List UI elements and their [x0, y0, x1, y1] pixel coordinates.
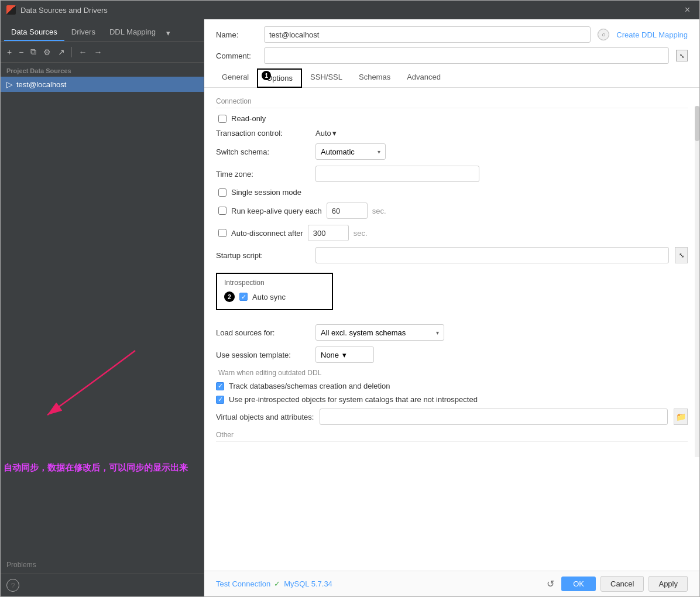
keepalive-input[interactable] — [327, 203, 368, 219]
tree-item-icon: ▷ — [6, 80, 13, 89]
dropdown-arrow: ▾ — [378, 149, 380, 155]
session-template-label: Use session template: — [216, 351, 310, 359]
virtual-row: Virtual objects and attributes: 📁 — [216, 409, 688, 425]
tab-advanced[interactable]: Advanced — [399, 68, 449, 87]
comment-input[interactable] — [264, 47, 669, 64]
virtual-input[interactable] — [320, 409, 668, 425]
remove-button[interactable]: − — [16, 46, 26, 59]
tab-ddl-mapping[interactable]: DDL Mapping — [102, 24, 163, 41]
project-data-sources-header: Project Data Sources — [1, 63, 204, 77]
app-icon — [6, 5, 16, 15]
option-tabs: General 1 Options SSH/SSL Schemas Advanc… — [204, 68, 699, 88]
scrollbar-thumb[interactable] — [695, 106, 699, 141]
tab-schemas[interactable]: Schemas — [351, 68, 399, 87]
disconnect-input[interactable] — [308, 225, 349, 241]
disconnect-label: Auto-disconnect after — [231, 229, 303, 238]
single-session-checkbox[interactable] — [218, 188, 227, 197]
time-zone-input[interactable] — [315, 166, 479, 182]
transaction-control-value: Auto ▾ — [315, 129, 337, 138]
test-connection-button[interactable]: Test Connection ✓ MySQL 5.7.34 — [216, 579, 332, 588]
copy-button[interactable]: ⧉ — [28, 45, 39, 59]
create-ddl-link[interactable]: Create DDL Mapping — [616, 30, 688, 39]
track-checkbox[interactable]: ✓ — [216, 382, 224, 390]
tab-more-button[interactable]: ▾ — [163, 25, 174, 41]
auto-link[interactable]: Auto ▾ — [315, 129, 337, 138]
switch-schema-label: Switch schema: — [216, 147, 310, 156]
other-title: Other — [216, 431, 688, 442]
apply-button[interactable]: Apply — [648, 576, 688, 592]
auto-sync-row: 2 ✓ Auto sync — [224, 291, 325, 302]
name-row: Name: ○ Create DDL Mapping — [204, 19, 699, 47]
tab-data-sources[interactable]: Data Sources — [4, 24, 64, 41]
main-window: Data Sources and Drivers × Data Sources … — [0, 0, 700, 597]
refresh-button[interactable]: ↺ — [544, 576, 557, 592]
session-template-row: Use session template: None ▾ — [216, 346, 688, 363]
scrollbar[interactable] — [695, 106, 699, 457]
toolbar-separator — [71, 47, 72, 57]
cancel-button[interactable]: Cancel — [601, 576, 644, 592]
comment-row: Comment: ⤡ — [204, 47, 699, 68]
keepalive-sec: sec. — [372, 207, 386, 215]
ok-button[interactable]: OK — [561, 577, 596, 591]
pre-introspected-checkbox[interactable]: ✓ — [216, 396, 224, 404]
forward-button[interactable]: → — [91, 46, 105, 59]
load-sources-arrow: ▾ — [436, 330, 439, 336]
db-version-label: MySQL 5.7.34 — [284, 579, 332, 588]
help-icon[interactable]: ? — [6, 579, 19, 592]
left-panel: Data Sources Drivers DDL Mapping ▾ + − ⧉… — [1, 19, 204, 596]
comment-expand-button[interactable]: ⤡ — [676, 50, 688, 61]
load-sources-row: Load sources for: All excl. system schem… — [216, 324, 688, 341]
warn-outdated-text: Warn when editing outdated DDL — [216, 369, 688, 377]
introspection-title: Introspection — [224, 279, 325, 287]
test-check-icon: ✓ — [274, 579, 280, 588]
name-circle-button[interactable]: ○ — [598, 29, 609, 40]
back-button[interactable]: ← — [76, 46, 90, 59]
auto-sync-checkbox[interactable]: ✓ — [239, 293, 248, 301]
virtual-browse-button[interactable]: 📁 — [674, 409, 688, 425]
pre-introspected-label: Use pre-introspected objects for system … — [229, 395, 478, 404]
load-sources-dropdown[interactable]: All excl. system schemas ▾ — [315, 324, 444, 341]
pre-introspected-row: ✓ Use pre-introspected objects for syste… — [216, 395, 688, 404]
keepalive-label: Run keep-alive query each — [231, 207, 322, 215]
switch-schema-row: Switch schema: Automatic ▾ — [216, 143, 688, 160]
close-button[interactable]: × — [681, 4, 694, 16]
bottom-right-buttons: ↺ OK Cancel Apply — [544, 576, 688, 592]
load-sources-label: Load sources for: — [216, 328, 310, 337]
track-row: ✓ Track databases/schemas creation and d… — [216, 382, 688, 390]
tab-general[interactable]: General — [214, 68, 257, 87]
read-only-row: Read-only — [216, 114, 688, 123]
transaction-control-row: Transaction control: Auto ▾ — [216, 129, 688, 138]
tab-drivers[interactable]: Drivers — [64, 24, 102, 41]
name-input[interactable] — [264, 26, 591, 43]
add-button[interactable]: + — [4, 46, 15, 59]
tree-item-test-localhost[interactable]: ▷ test@localhost — [1, 77, 204, 92]
disconnect-checkbox[interactable] — [218, 229, 227, 237]
name-label: Name: — [216, 30, 257, 39]
connection-title: Connection — [216, 97, 688, 108]
disconnect-sec: sec. — [354, 229, 368, 238]
main-content: Data Sources Drivers DDL Mapping ▾ + − ⧉… — [1, 19, 699, 596]
session-template-dropdown[interactable]: None ▾ — [315, 346, 374, 363]
tab-options[interactable]: 1 Options — [257, 68, 302, 88]
settings-button[interactable]: ⚙ — [40, 46, 54, 59]
startup-input[interactable] — [315, 247, 669, 263]
window-title: Data Sources and Drivers — [20, 6, 681, 15]
transaction-label: Transaction control: — [216, 129, 310, 138]
time-zone-label: Time zone: — [216, 170, 310, 179]
single-session-label: Single session mode — [231, 188, 301, 197]
read-only-checkbox[interactable] — [218, 115, 227, 123]
startup-row: Startup script: ⤡ — [216, 247, 688, 263]
startup-expand-button[interactable]: ⤡ — [675, 247, 688, 263]
tab-ssh-ssl[interactable]: SSH/SSL — [302, 68, 351, 87]
introspection-section: Introspection 2 ✓ Auto sync — [216, 273, 688, 317]
track-label: Track databases/schemas creation and del… — [229, 382, 390, 390]
session-dropdown-arrow: ▾ — [342, 351, 346, 359]
comment-label: Comment: — [216, 52, 257, 60]
tree-item-label: test@localhost — [16, 80, 66, 89]
switch-schema-dropdown[interactable]: Automatic ▾ — [315, 143, 386, 160]
auto-sync-label: Auto sync — [252, 293, 286, 301]
keepalive-row: Run keep-alive query each sec. — [216, 203, 688, 219]
export-button[interactable]: ↗ — [55, 46, 68, 59]
keepalive-checkbox[interactable] — [218, 207, 227, 215]
left-tabs-bar: Data Sources Drivers DDL Mapping ▾ — [1, 19, 204, 42]
